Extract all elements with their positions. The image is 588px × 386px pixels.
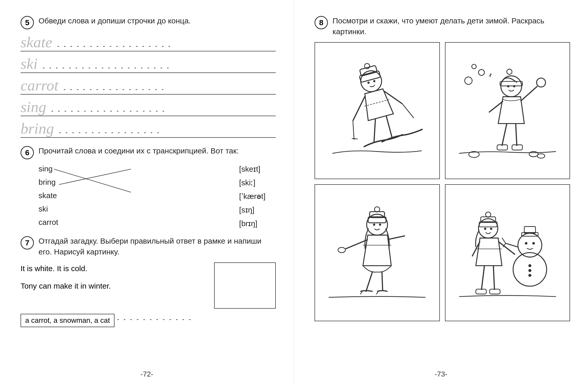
svg-line-71	[481, 266, 485, 290]
svg-point-28	[464, 77, 472, 85]
exercise7-header: 7 Отгадай загадку. Выбери правильный отв…	[21, 236, 276, 257]
svg-point-30	[472, 65, 476, 69]
ex6-transcriptions-list: [skeɪt] [skiː] [ˈkærət] [sɪŋ] [brɪŋ]	[239, 164, 265, 228]
exercise8-instruction: Посмотри и скажи, что умеют делать дети …	[333, 15, 570, 37]
word-line-ski: ski - - - - - - - - - - - - - - - - - - …	[21, 56, 276, 73]
ex6-trans-bring: [brɪŋ]	[239, 219, 265, 228]
word-line-carrot: carrot - - - - - - - - - - - - - - - -	[21, 78, 276, 95]
svg-point-58	[528, 274, 531, 277]
svg-point-56	[528, 264, 531, 267]
page-number-left: -72-	[140, 370, 153, 378]
image-snowman	[445, 184, 570, 321]
exercise7-number: 7	[21, 236, 34, 250]
riddle-text: It is white. It is cold. Tony can make i…	[21, 262, 206, 297]
trace-skate: skate	[21, 34, 52, 50]
exercise6-section: 6 Прочитай слова и соедини их с транскри…	[21, 145, 276, 228]
svg-point-44	[338, 247, 345, 253]
snowball-illustration	[452, 49, 563, 172]
exercise8-number: 8	[315, 16, 328, 29]
svg-line-11	[352, 137, 358, 141]
svg-line-1	[59, 169, 131, 185]
right-page: 8 Посмотри и скажи, что умеют делать дет…	[294, 0, 588, 386]
svg-point-35	[537, 154, 545, 158]
exercise7-section: 7 Отгадай загадку. Выбери правильный отв…	[21, 236, 276, 327]
svg-line-15	[386, 116, 392, 137]
svg-point-51	[518, 233, 542, 257]
riddle-line1: It is white. It is cold.	[21, 262, 206, 275]
tracing-section: skate - - - - - - - - - - - - - - - - - …	[21, 34, 276, 138]
word-line-skate: skate - - - - - - - - - - - - - - - - - …	[21, 34, 276, 51]
svg-line-10	[349, 121, 358, 140]
dashes-ski: - - - - - - - - - - - - - - - - - - - -	[43, 64, 276, 71]
ex6-trans-carrot: [ˈkærət]	[239, 192, 265, 201]
svg-point-22	[536, 78, 545, 87]
dashes-skate: - - - - - - - - - - - - - - - - - -	[57, 43, 276, 50]
svg-line-8	[364, 99, 390, 106]
svg-line-46	[366, 271, 373, 292]
trace-ski: ski	[21, 56, 38, 71]
svg-line-72	[493, 266, 494, 290]
exercise6-matching: sing bring skate ski carrot [skeɪ	[28, 164, 276, 228]
svg-line-43	[345, 240, 368, 249]
svg-point-52	[525, 242, 527, 245]
dashes-bring: - - - - - - - - - - - - - - - -	[59, 129, 276, 136]
page: 5 Обведи слова и допиши строчки до конца…	[0, 0, 588, 386]
svg-point-66	[484, 228, 486, 230]
exercise7-content: It is white. It is cold. Tony can make i…	[21, 262, 276, 327]
svg-point-20	[513, 85, 515, 88]
ex6-trans-skate: [skeɪt]	[239, 164, 265, 173]
svg-point-19	[507, 85, 509, 88]
svg-line-21	[520, 86, 537, 101]
exercise5-number: 5	[21, 16, 34, 29]
ex6-trans-sing: [sɪŋ]	[239, 205, 265, 214]
page-number-right: -73-	[435, 370, 448, 378]
svg-point-18	[507, 69, 512, 74]
image-ice-skating	[315, 184, 440, 321]
exercise5-instruction: Обведи слова и допиши строчки до конца.	[39, 15, 276, 26]
svg-line-0	[54, 169, 131, 192]
svg-line-45	[387, 236, 405, 240]
exercise6-header: 6 Прочитай слова и соедини их с транскри…	[21, 145, 276, 159]
svg-rect-17	[500, 81, 522, 86]
svg-line-47	[382, 271, 383, 291]
dashes-sing: - - - - - - - - - - - - - - - - - -	[51, 107, 276, 115]
snowman-illustration	[452, 191, 563, 314]
svg-line-25	[516, 124, 517, 146]
matching-lines	[28, 164, 276, 216]
image-skiing	[315, 42, 440, 179]
svg-line-13	[402, 102, 414, 120]
ex6-word-skate: skate	[39, 191, 58, 200]
svg-point-57	[528, 269, 531, 272]
ex6-words-list: sing bring skate ski carrot	[39, 164, 58, 227]
svg-line-60	[502, 238, 506, 243]
exercise6-instruction: Прочитай слова и соедини их с транскрипц…	[39, 145, 276, 156]
ex6-word-sing: sing	[39, 164, 58, 173]
word-line-sing: sing - - - - - - - - - - - - - - - - - -	[21, 99, 276, 116]
riddle-row: It is white. It is cold. Tony can make i…	[21, 262, 276, 309]
svg-point-67	[490, 228, 492, 230]
drawing-box[interactable]	[214, 262, 276, 309]
ex6-trans-ski: [skiː]	[239, 178, 265, 187]
svg-line-24	[502, 124, 507, 146]
trace-bring: bring	[21, 121, 54, 136]
svg-point-6	[367, 81, 370, 84]
riddle-line2: Tony can make it in winter.	[21, 280, 206, 292]
svg-point-29	[478, 70, 484, 76]
ex6-word-ski: ski	[39, 205, 58, 213]
ex6-word-bring: bring	[39, 178, 58, 187]
svg-rect-73	[476, 289, 486, 294]
trace-sing: sing	[21, 99, 46, 115]
skiing-illustration	[321, 49, 433, 172]
ice-skating-illustration	[321, 191, 433, 314]
svg-point-7	[373, 80, 376, 83]
exercise7-instruction: Отгадай загадку. Выбери правильный ответ…	[39, 236, 276, 257]
svg-point-40	[373, 224, 375, 226]
image-snowball	[445, 42, 570, 179]
exercise8-header: 8 Посмотри и скажи, что умеют делать дет…	[315, 15, 570, 37]
svg-point-65	[486, 212, 491, 217]
exercise6-number: 6	[21, 146, 34, 159]
exercise5-header: 5 Обведи слова и допиши строчки до конца…	[21, 15, 276, 29]
trace-carrot: carrot	[21, 78, 59, 93]
answer-dashes: - - - - - - - - - - - -	[117, 316, 192, 323]
svg-point-53	[532, 242, 535, 245]
